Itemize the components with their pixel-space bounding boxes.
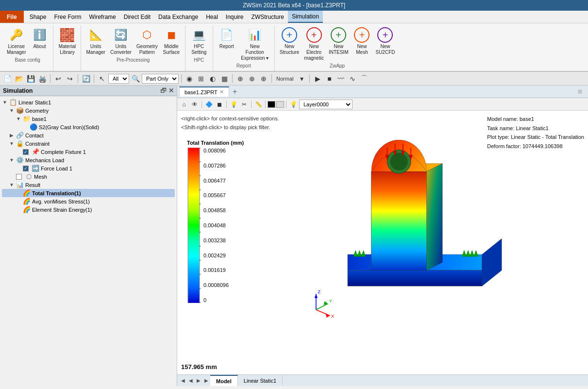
tree-item-mechload[interactable]: ▼ ⚙️ Mechanics Load	[2, 156, 175, 164]
tree-item-strainen[interactable]: 🌈 Element Strain Energy(1)	[2, 205, 175, 214]
checkbox-forceload[interactable]: ✓	[23, 166, 29, 171]
tree-item-contact[interactable]: ▶ 🔗 Contact	[2, 131, 175, 139]
toolbar-btn-stop[interactable]: ■	[324, 73, 335, 84]
toolbar-btn-misc1[interactable]: 〰	[336, 73, 346, 84]
toolbar-btn-snap2[interactable]: ⊕	[247, 73, 257, 84]
svg-marker-33	[353, 251, 357, 256]
sim-panel-minimize[interactable]: 🗗	[160, 87, 167, 94]
tree-item-vonmises[interactable]: 🌈 Avg. vonMises Stress(1)	[2, 197, 175, 205]
toolbar-btn-new[interactable]: 📄	[2, 73, 13, 84]
menu-freeform[interactable]: Free Form	[50, 11, 85, 23]
tree-item-mesh[interactable]: ⬡ Mesh	[2, 172, 175, 181]
ribbon-btn-report[interactable]: 📄 Report	[216, 25, 237, 51]
vp-btn-view[interactable]: 👁	[190, 100, 200, 109]
bottom-prev-btn[interactable]: ◀	[179, 377, 187, 385]
legend-val-2: 0.006477	[203, 178, 229, 184]
vp-btn-light2[interactable]: 💡	[288, 100, 298, 109]
bottom-tab-linearstatic[interactable]: Linear Static1	[238, 375, 283, 386]
toolbar-btn-cursor[interactable]: ↖	[97, 73, 107, 84]
tree-item-material[interactable]: 🔵 S2(Gray Cast Iron)(Solid)	[2, 123, 175, 131]
tree-item-forceload[interactable]: ✓ ➡️ Force Load 1	[2, 164, 175, 172]
checkbox-mesh[interactable]	[16, 174, 22, 180]
ribbon-btn-geometrypattern[interactable]: ⬡ GeometryPattern	[134, 25, 160, 56]
menu-wireframe[interactable]: Wireframe	[85, 11, 119, 23]
tree-item-result[interactable]: ▼ 📊 Result	[2, 181, 175, 189]
bottom-next-btn[interactable]: ▶	[195, 377, 202, 385]
canvas[interactable]: <right-click> for context-sensitive opti…	[177, 111, 588, 374]
label-fixture: Complete Fixture 1	[41, 149, 86, 155]
toolbar-btn-normal-dropdown[interactable]: ▾	[296, 73, 307, 84]
ribbon-btn-middlesurface[interactable]: ◼ MiddleSurface	[161, 25, 182, 56]
menu-heal[interactable]: Heal	[202, 11, 222, 23]
ribbon-btn-licensemanager[interactable]: 🔑 LicenseManager	[5, 25, 28, 56]
toolbar-btn-refresh[interactable]: 🔄	[81, 73, 91, 84]
layer-select[interactable]: Layer0000	[299, 100, 353, 109]
menu-directedit[interactable]: Direct Edit	[120, 11, 154, 23]
ribbon-btn-unitsmanager[interactable]: 📐 UnitsManager	[84, 25, 107, 56]
toolbar-btn-open[interactable]: 📂	[14, 73, 24, 84]
bottom-prev-btn2[interactable]: ◀	[187, 377, 195, 385]
menu-shape[interactable]: Shape	[26, 11, 50, 23]
bottom-next-btn2[interactable]: ▶	[202, 377, 210, 385]
ribbon-btn-newelectromagnetic[interactable]: + NewElectromagnetic	[302, 25, 326, 62]
tree-item-constraint[interactable]: ▼ 🔒 Constraint	[2, 139, 175, 148]
tree-item-linearstatic[interactable]: ▼ 📋 Linear Static1	[2, 98, 175, 106]
tab-base1[interactable]: base1.Z3PRT ✕	[179, 86, 229, 97]
bottom-tabs: ◀ ◀ ▶ ▶ Model Linear Static1	[177, 374, 588, 386]
vp-btn-color1[interactable]	[268, 101, 275, 108]
toolbar-btn-view4[interactable]: ▦	[219, 73, 230, 84]
bottom-tab-model[interactable]: Model	[210, 375, 238, 386]
vp-btn-home[interactable]: ⌂	[179, 100, 189, 109]
filter-all-select[interactable]: All	[108, 74, 129, 84]
toolbar-btn-view1[interactable]: ◉	[184, 73, 195, 84]
toolbar-btn-view3[interactable]: ◐	[207, 73, 218, 84]
tab-add-btn[interactable]: +	[230, 87, 240, 97]
menu-dataexchange[interactable]: Data Exchange	[154, 11, 202, 23]
model-3d-container[interactable]: Z X Y	[235, 140, 578, 345]
tab-close-btn[interactable]: ✕	[219, 89, 224, 95]
new-structure-icon: +	[282, 27, 297, 43]
toolbar-btn-snap1[interactable]: ⊕	[235, 73, 246, 84]
checkbox-fixture[interactable]: ✓	[23, 149, 29, 155]
toolbar-btn-save[interactable]: 💾	[25, 73, 36, 84]
context-help-line2: <Shift-right-click> to display pick filt…	[181, 123, 279, 132]
menu-file[interactable]: File	[0, 11, 24, 23]
menu-zwstructure[interactable]: ZWStructure	[248, 11, 288, 23]
toolbar-btn-view2[interactable]: ⊞	[196, 73, 206, 84]
ribbon-btn-about[interactable]: ℹ️ About	[29, 25, 50, 51]
toolbar-btn-filter[interactable]: 🔍	[130, 73, 141, 84]
vp-btn-wireframe[interactable]: 🔷	[204, 100, 214, 109]
new-intesim-label: NewINTESIM	[329, 44, 349, 55]
label-strainen: Element Strain Energy(1)	[32, 207, 92, 213]
sim-panel-close[interactable]: ✕	[168, 87, 174, 94]
toolbar-btn-undo[interactable]: ↩	[53, 73, 64, 84]
menu-inquire[interactable]: Inquire	[222, 11, 248, 23]
icon-contact: 🔗	[16, 132, 24, 139]
ribbon-btn-newsu2cfd[interactable]: + NewSU2CFD	[373, 25, 397, 56]
ribbon-btn-hpcsetting[interactable]: 💻 HPCSetting	[188, 25, 210, 56]
tree-item-geometry[interactable]: ▼ 📦 Geometry	[2, 106, 175, 115]
tree-item-fixture[interactable]: ✓ 📌 Complete Fixture 1	[2, 148, 175, 156]
toolbar-btn-misc2[interactable]: ∿	[347, 73, 358, 84]
vp-btn-color2[interactable]	[276, 101, 284, 108]
vp-btn-measure[interactable]: 📏	[253, 100, 263, 109]
ribbon-btn-newmesh[interactable]: + NewMesh	[351, 25, 372, 56]
tree-item-totaltranslation[interactable]: 🌈 Total Translation(1)	[2, 189, 175, 197]
menu-simulation[interactable]: Simulation	[288, 11, 323, 23]
ribbon-btn-newintesim[interactable]: + NewINTESIM	[327, 25, 351, 56]
vp-btn-clip[interactable]: ✂	[239, 100, 249, 109]
toolbar-btn-undo-redo-group[interactable]: 🖨️	[37, 73, 48, 84]
ribbon-btn-newfunction[interactable]: 📊 New FunctionExpression ▾	[238, 25, 271, 62]
vp-btn-light[interactable]: 💡	[229, 100, 238, 109]
svg-text:Z: Z	[318, 289, 320, 294]
ribbon-btn-material[interactable]: 🧱 MaterialLibrary	[56, 25, 78, 56]
ribbon-btn-unitsconverter[interactable]: 🔄 UnitsConverter	[108, 25, 134, 56]
ribbon-btn-newstructure[interactable]: + NewStructure	[278, 25, 302, 56]
vp-btn-shade[interactable]: ◼	[215, 100, 224, 109]
filter-part-select[interactable]: Part Only	[142, 74, 179, 84]
tree-item-base1[interactable]: ▼ 📁 base1	[2, 115, 175, 123]
toolbar-btn-misc3[interactable]: ⌒	[359, 73, 370, 84]
toolbar-btn-snap3[interactable]: ⊕	[258, 73, 269, 84]
toolbar-btn-redo[interactable]: ↪	[65, 73, 75, 84]
toolbar-btn-play[interactable]: ▶	[312, 73, 323, 84]
